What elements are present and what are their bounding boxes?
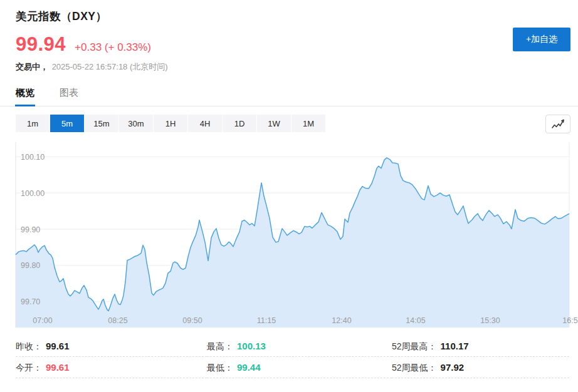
stat-prev-close: 昨收：99.61 (16, 336, 207, 357)
quote-timestamp: 2025-05-22 16:57:18 (北京时间) (52, 62, 168, 71)
svg-text:99.70: 99.70 (21, 297, 40, 306)
stat-high: 最高：100.13 (207, 336, 392, 357)
stat-value: 99.61 (46, 362, 70, 373)
svg-text:09:50: 09:50 (182, 316, 202, 325)
interval-1w[interactable]: 1W (257, 115, 291, 132)
tab-chart[interactable]: 图表 (60, 86, 78, 106)
stat-value: 99.61 (46, 341, 70, 351)
svg-text:08:25: 08:25 (108, 316, 127, 325)
view-tabs: 概览 图表 (0, 86, 578, 106)
interval-1m-month[interactable]: 1M (292, 115, 325, 132)
svg-text:12:40: 12:40 (332, 316, 351, 325)
stat-label: 昨收： (16, 341, 42, 351)
stat-label: 52周最低： (392, 363, 437, 373)
interval-4h[interactable]: 4H (188, 115, 222, 132)
stat-value: 110.17 (441, 341, 469, 351)
stat-label: 最高： (207, 341, 233, 351)
stat-label: 52周最高： (392, 341, 437, 351)
interval-1d[interactable]: 1D (223, 115, 256, 132)
price-chart[interactable]: 100.10100.0099.9099.8099.7007:0008:2509:… (0, 141, 578, 329)
last-price: 99.94 (16, 33, 66, 56)
svg-text:16:55: 16:55 (562, 316, 578, 325)
interval-1h[interactable]: 1H (154, 115, 187, 132)
stat-label: 最低： (207, 363, 233, 373)
interval-5m[interactable]: 5m (50, 115, 84, 132)
svg-text:11:15: 11:15 (257, 316, 276, 325)
line-chart-icon (550, 118, 565, 130)
svg-text:14:05: 14:05 (406, 316, 425, 325)
stat-value: 99.44 (237, 362, 261, 373)
price-row: 99.94 +0.33 (+ 0.33%) (16, 33, 168, 56)
tab-chart-label: 图表 (60, 87, 78, 98)
stat-open: 今开：99.61 (16, 357, 207, 378)
stat-value: 97.92 (441, 362, 465, 373)
chart-type-button[interactable] (545, 115, 570, 133)
stat-low: 最低：99.44 (207, 357, 392, 378)
svg-text:15:30: 15:30 (480, 316, 500, 325)
price-change: +0.33 (+ 0.33%) (75, 41, 151, 54)
svg-text:99.90: 99.90 (21, 225, 40, 234)
quote-header: 美元指数（DXY） 99.94 +0.33 (+ 0.33%) 交易中， 202… (16, 9, 168, 73)
page-title: 美元指数（DXY） (16, 9, 168, 24)
svg-text:99.80: 99.80 (21, 261, 40, 270)
interval-selector: 1m 5m 15m 30m 1H 4H 1D 1W 1M (16, 115, 326, 132)
interval-15m[interactable]: 15m (85, 115, 118, 132)
add-watchlist-button[interactable]: +加自选 (513, 28, 570, 51)
status-row: 交易中， 2025-05-22 16:57:18 (北京时间) (16, 61, 168, 73)
quote-page: 美元指数（DXY） 99.94 +0.33 (+ 0.33%) 交易中， 202… (0, 0, 578, 392)
interval-30m[interactable]: 30m (119, 115, 153, 132)
chart-toolbar: 1m 5m 15m 30m 1H 4H 1D 1W 1M (16, 115, 570, 133)
svg-text:07:00: 07:00 (33, 316, 52, 325)
stat-value: 100.13 (237, 341, 266, 351)
interval-1m[interactable]: 1m (16, 115, 50, 132)
trading-status: 交易中， (16, 62, 48, 71)
stat-52w-high: 52周最高：110.17 (392, 336, 569, 357)
tab-overview-label: 概览 (16, 87, 34, 98)
tab-overview[interactable]: 概览 (16, 86, 34, 106)
svg-text:100.00: 100.00 (21, 189, 45, 198)
svg-text:100.10: 100.10 (21, 153, 45, 162)
stats-table: 昨收：99.61 最高：100.13 52周最高：110.17 今开：99.61… (16, 336, 569, 378)
stat-52w-low: 52周最低：97.92 (392, 357, 569, 378)
stat-label: 今开： (16, 363, 42, 373)
